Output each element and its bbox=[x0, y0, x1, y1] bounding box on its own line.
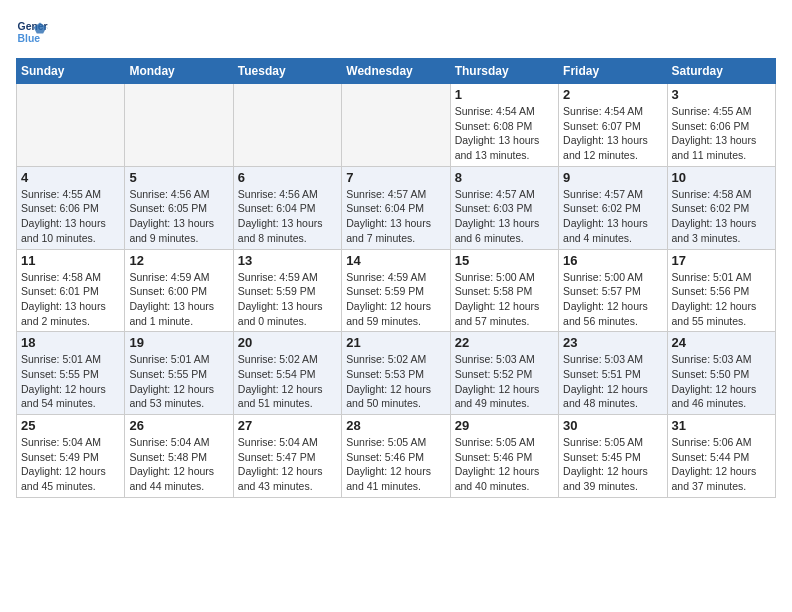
day-number: 31 bbox=[672, 418, 771, 433]
calendar-cell: 17Sunrise: 5:01 AM Sunset: 5:56 PM Dayli… bbox=[667, 249, 775, 332]
day-info: Sunrise: 4:59 AM Sunset: 5:59 PM Dayligh… bbox=[346, 270, 445, 329]
day-number: 24 bbox=[672, 335, 771, 350]
day-number: 29 bbox=[455, 418, 554, 433]
logo: General Blue bbox=[16, 16, 52, 48]
day-number: 15 bbox=[455, 253, 554, 268]
day-number: 11 bbox=[21, 253, 120, 268]
calendar-cell: 8Sunrise: 4:57 AM Sunset: 6:03 PM Daylig… bbox=[450, 166, 558, 249]
day-info: Sunrise: 4:57 AM Sunset: 6:03 PM Dayligh… bbox=[455, 187, 554, 246]
day-info: Sunrise: 5:01 AM Sunset: 5:55 PM Dayligh… bbox=[129, 352, 228, 411]
day-info: Sunrise: 5:03 AM Sunset: 5:50 PM Dayligh… bbox=[672, 352, 771, 411]
page-header: General Blue bbox=[16, 16, 776, 48]
calendar-cell: 6Sunrise: 4:56 AM Sunset: 6:04 PM Daylig… bbox=[233, 166, 341, 249]
day-info: Sunrise: 5:01 AM Sunset: 5:56 PM Dayligh… bbox=[672, 270, 771, 329]
calendar-cell bbox=[17, 84, 125, 167]
day-info: Sunrise: 4:54 AM Sunset: 6:07 PM Dayligh… bbox=[563, 104, 662, 163]
day-info: Sunrise: 5:01 AM Sunset: 5:55 PM Dayligh… bbox=[21, 352, 120, 411]
day-info: Sunrise: 5:00 AM Sunset: 5:58 PM Dayligh… bbox=[455, 270, 554, 329]
day-number: 6 bbox=[238, 170, 337, 185]
day-info: Sunrise: 4:58 AM Sunset: 6:02 PM Dayligh… bbox=[672, 187, 771, 246]
calendar-cell: 7Sunrise: 4:57 AM Sunset: 6:04 PM Daylig… bbox=[342, 166, 450, 249]
calendar-cell: 9Sunrise: 4:57 AM Sunset: 6:02 PM Daylig… bbox=[559, 166, 667, 249]
calendar-cell: 10Sunrise: 4:58 AM Sunset: 6:02 PM Dayli… bbox=[667, 166, 775, 249]
day-header-saturday: Saturday bbox=[667, 59, 775, 84]
day-header-sunday: Sunday bbox=[17, 59, 125, 84]
day-info: Sunrise: 4:58 AM Sunset: 6:01 PM Dayligh… bbox=[21, 270, 120, 329]
calendar-cell: 25Sunrise: 5:04 AM Sunset: 5:49 PM Dayli… bbox=[17, 415, 125, 498]
day-number: 2 bbox=[563, 87, 662, 102]
calendar-cell: 14Sunrise: 4:59 AM Sunset: 5:59 PM Dayli… bbox=[342, 249, 450, 332]
calendar-cell: 27Sunrise: 5:04 AM Sunset: 5:47 PM Dayli… bbox=[233, 415, 341, 498]
day-number: 17 bbox=[672, 253, 771, 268]
day-header-thursday: Thursday bbox=[450, 59, 558, 84]
calendar-cell: 1Sunrise: 4:54 AM Sunset: 6:08 PM Daylig… bbox=[450, 84, 558, 167]
day-info: Sunrise: 5:04 AM Sunset: 5:47 PM Dayligh… bbox=[238, 435, 337, 494]
day-number: 18 bbox=[21, 335, 120, 350]
calendar-cell bbox=[342, 84, 450, 167]
calendar-cell: 22Sunrise: 5:03 AM Sunset: 5:52 PM Dayli… bbox=[450, 332, 558, 415]
day-info: Sunrise: 4:56 AM Sunset: 6:05 PM Dayligh… bbox=[129, 187, 228, 246]
day-number: 13 bbox=[238, 253, 337, 268]
day-info: Sunrise: 5:05 AM Sunset: 5:45 PM Dayligh… bbox=[563, 435, 662, 494]
calendar-cell: 23Sunrise: 5:03 AM Sunset: 5:51 PM Dayli… bbox=[559, 332, 667, 415]
calendar-header-row: SundayMondayTuesdayWednesdayThursdayFrid… bbox=[17, 59, 776, 84]
calendar-week-3: 11Sunrise: 4:58 AM Sunset: 6:01 PM Dayli… bbox=[17, 249, 776, 332]
calendar-cell: 15Sunrise: 5:00 AM Sunset: 5:58 PM Dayli… bbox=[450, 249, 558, 332]
day-number: 9 bbox=[563, 170, 662, 185]
calendar-cell bbox=[233, 84, 341, 167]
day-info: Sunrise: 5:02 AM Sunset: 5:53 PM Dayligh… bbox=[346, 352, 445, 411]
calendar-cell: 30Sunrise: 5:05 AM Sunset: 5:45 PM Dayli… bbox=[559, 415, 667, 498]
day-info: Sunrise: 4:56 AM Sunset: 6:04 PM Dayligh… bbox=[238, 187, 337, 246]
day-number: 12 bbox=[129, 253, 228, 268]
day-info: Sunrise: 5:05 AM Sunset: 5:46 PM Dayligh… bbox=[346, 435, 445, 494]
calendar-table: SundayMondayTuesdayWednesdayThursdayFrid… bbox=[16, 58, 776, 498]
day-header-tuesday: Tuesday bbox=[233, 59, 341, 84]
day-number: 21 bbox=[346, 335, 445, 350]
day-info: Sunrise: 4:59 AM Sunset: 5:59 PM Dayligh… bbox=[238, 270, 337, 329]
day-number: 5 bbox=[129, 170, 228, 185]
calendar-cell: 3Sunrise: 4:55 AM Sunset: 6:06 PM Daylig… bbox=[667, 84, 775, 167]
calendar-cell: 12Sunrise: 4:59 AM Sunset: 6:00 PM Dayli… bbox=[125, 249, 233, 332]
day-info: Sunrise: 4:55 AM Sunset: 6:06 PM Dayligh… bbox=[672, 104, 771, 163]
day-info: Sunrise: 4:57 AM Sunset: 6:02 PM Dayligh… bbox=[563, 187, 662, 246]
day-number: 30 bbox=[563, 418, 662, 433]
day-number: 28 bbox=[346, 418, 445, 433]
calendar-cell: 2Sunrise: 4:54 AM Sunset: 6:07 PM Daylig… bbox=[559, 84, 667, 167]
day-number: 22 bbox=[455, 335, 554, 350]
day-info: Sunrise: 5:03 AM Sunset: 5:51 PM Dayligh… bbox=[563, 352, 662, 411]
day-info: Sunrise: 5:05 AM Sunset: 5:46 PM Dayligh… bbox=[455, 435, 554, 494]
day-info: Sunrise: 5:04 AM Sunset: 5:48 PM Dayligh… bbox=[129, 435, 228, 494]
day-info: Sunrise: 4:55 AM Sunset: 6:06 PM Dayligh… bbox=[21, 187, 120, 246]
calendar-cell: 29Sunrise: 5:05 AM Sunset: 5:46 PM Dayli… bbox=[450, 415, 558, 498]
day-number: 23 bbox=[563, 335, 662, 350]
day-header-monday: Monday bbox=[125, 59, 233, 84]
day-info: Sunrise: 4:57 AM Sunset: 6:04 PM Dayligh… bbox=[346, 187, 445, 246]
calendar-cell: 11Sunrise: 4:58 AM Sunset: 6:01 PM Dayli… bbox=[17, 249, 125, 332]
day-info: Sunrise: 4:54 AM Sunset: 6:08 PM Dayligh… bbox=[455, 104, 554, 163]
calendar-cell: 18Sunrise: 5:01 AM Sunset: 5:55 PM Dayli… bbox=[17, 332, 125, 415]
day-info: Sunrise: 5:03 AM Sunset: 5:52 PM Dayligh… bbox=[455, 352, 554, 411]
day-number: 20 bbox=[238, 335, 337, 350]
day-number: 16 bbox=[563, 253, 662, 268]
calendar-cell: 21Sunrise: 5:02 AM Sunset: 5:53 PM Dayli… bbox=[342, 332, 450, 415]
calendar-week-1: 1Sunrise: 4:54 AM Sunset: 6:08 PM Daylig… bbox=[17, 84, 776, 167]
day-info: Sunrise: 5:06 AM Sunset: 5:44 PM Dayligh… bbox=[672, 435, 771, 494]
svg-text:Blue: Blue bbox=[18, 33, 41, 44]
day-number: 19 bbox=[129, 335, 228, 350]
day-header-wednesday: Wednesday bbox=[342, 59, 450, 84]
day-number: 7 bbox=[346, 170, 445, 185]
calendar-cell: 16Sunrise: 5:00 AM Sunset: 5:57 PM Dayli… bbox=[559, 249, 667, 332]
day-number: 10 bbox=[672, 170, 771, 185]
day-number: 25 bbox=[21, 418, 120, 433]
calendar-cell bbox=[125, 84, 233, 167]
calendar-cell: 19Sunrise: 5:01 AM Sunset: 5:55 PM Dayli… bbox=[125, 332, 233, 415]
calendar-week-5: 25Sunrise: 5:04 AM Sunset: 5:49 PM Dayli… bbox=[17, 415, 776, 498]
calendar-cell: 28Sunrise: 5:05 AM Sunset: 5:46 PM Dayli… bbox=[342, 415, 450, 498]
day-info: Sunrise: 5:00 AM Sunset: 5:57 PM Dayligh… bbox=[563, 270, 662, 329]
day-number: 4 bbox=[21, 170, 120, 185]
calendar-cell: 4Sunrise: 4:55 AM Sunset: 6:06 PM Daylig… bbox=[17, 166, 125, 249]
day-number: 8 bbox=[455, 170, 554, 185]
day-info: Sunrise: 5:04 AM Sunset: 5:49 PM Dayligh… bbox=[21, 435, 120, 494]
calendar-cell: 26Sunrise: 5:04 AM Sunset: 5:48 PM Dayli… bbox=[125, 415, 233, 498]
calendar-cell: 5Sunrise: 4:56 AM Sunset: 6:05 PM Daylig… bbox=[125, 166, 233, 249]
